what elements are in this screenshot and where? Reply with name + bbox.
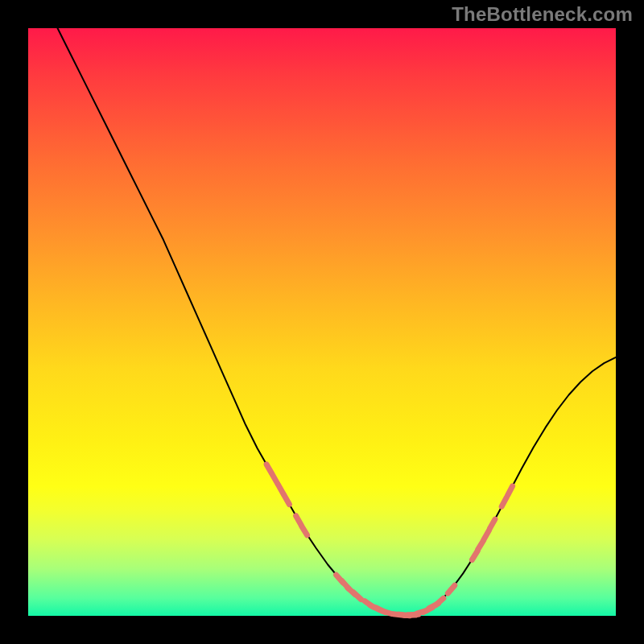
plot-area — [28, 28, 616, 616]
highlight-dash — [302, 526, 308, 535]
highlight-dash — [502, 497, 506, 507]
highlight-dash — [272, 475, 277, 484]
highlight-dash — [490, 519, 495, 528]
plot-svg — [28, 28, 616, 616]
highlight-points — [266, 464, 512, 616]
watermark-text: TheBottleneck.com — [452, 3, 633, 26]
highlight-dash — [382, 611, 391, 614]
highlight-dash — [484, 530, 489, 539]
chart-frame: TheBottleneck.com — [0, 0, 644, 644]
highlight-dash — [296, 516, 301, 525]
bottleneck-curve — [58, 28, 617, 615]
highlight-dash — [436, 598, 444, 605]
highlight-dash — [478, 541, 484, 550]
highlight-dash — [279, 485, 283, 493]
highlight-dash — [353, 592, 361, 600]
highlight-dash — [508, 486, 513, 496]
highlight-dash — [448, 585, 454, 593]
highlight-dash — [284, 495, 289, 504]
highlight-dash — [266, 464, 271, 473]
highlight-dash — [472, 551, 477, 559]
